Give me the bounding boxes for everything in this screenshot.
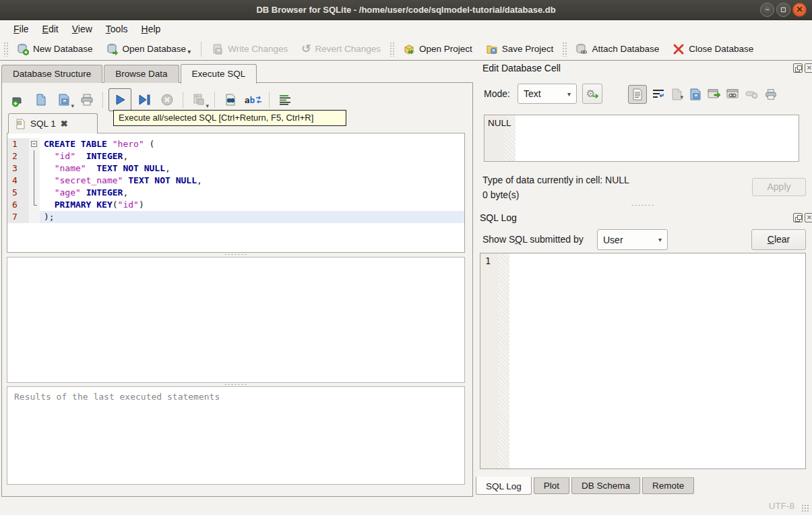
edit-cell-title: Edit Database Cell [482,63,561,73]
mode-value: Text [524,88,541,99]
float-icon[interactable] [793,63,803,73]
new-sql-tab-icon[interactable] [8,90,28,110]
save-data-icon[interactable] [689,88,702,101]
sql-log-area[interactable]: 1 [480,253,806,469]
submitted-by-value: User [603,235,623,245]
editor-splitter[interactable] [7,253,465,256]
menu-edit[interactable]: Edit [36,22,65,36]
find-replace-icon[interactable]: ab [243,90,263,110]
chevron-down-icon: ▾ [658,236,662,243]
revert-changes-button[interactable]: ↺ Revert Changes [294,38,387,59]
execute-line-icon[interactable] [134,90,154,110]
code-line-3[interactable]: 3 "name" TEXT NOT NULL, [7,162,464,175]
menubar: FileEditViewToolsHelp [0,20,812,38]
menu-file[interactable]: File [7,22,36,36]
menu-help[interactable]: Help [135,22,168,36]
close-database-label: Close Database [689,44,753,54]
dock-tab-sql-log[interactable]: SQL Log [476,477,532,495]
toolbar-drag-handle[interactable] [389,42,394,57]
cell-size-text: 0 byte(s) [482,189,519,200]
code-line-1[interactable]: 1−CREATE TABLE "hero" ( [7,138,464,150]
toolbar-drag-handle[interactable] [562,42,567,57]
export-data-icon[interactable] [708,88,721,100]
dock-close-icon[interactable]: ✕ [805,213,812,222]
revert-changes-label: Revert Changes [315,44,381,54]
dock-tab-db-schema[interactable]: DB Schema [571,477,640,494]
save-project-button[interactable]: Save Project [479,40,561,59]
attach-database-button[interactable]: Attach Database [569,40,666,59]
open-sql-file-icon[interactable] [31,90,51,110]
open-project-icon [403,43,415,55]
print-cell-icon[interactable] [764,88,778,101]
stop-icon[interactable] [157,90,177,110]
text-mode-icon[interactable] [628,85,647,104]
toolbar-drag-handle[interactable] [3,42,8,57]
import-data-icon[interactable]: ▾ [670,88,683,101]
copy-results-icon[interactable]: ▾ [189,90,209,110]
code-line-4[interactable]: 4 "secret_name" TEXT NOT NULL, [7,175,464,187]
menu-tools[interactable]: Tools [99,22,135,36]
open-database-icon [106,43,119,55]
execution-log-pane[interactable]: Results of the last executed statements [7,386,465,485]
sql-toolbar: ▾ ▾ [8,88,295,112]
sql-1-tab[interactable]: SQL 1 ✖ [8,113,98,133]
dock-splitter[interactable] [480,204,806,207]
save-sql-dropdown-icon[interactable]: ▾ [71,102,74,109]
sql-editor[interactable]: 1−CREATE TABLE "hero" (2 "id" INTEGER,3 … [7,133,465,253]
code-line-6[interactable]: 6 PRIMARY KEY("id") [7,199,464,211]
code-line-7[interactable]: 7); [7,211,464,223]
menu-view[interactable]: View [65,22,99,36]
new-database-button[interactable]: New Database [10,40,100,59]
sql-file-icon [15,119,26,129]
code-line-5[interactable]: 5 "age" INTEGER, [7,187,464,199]
open-database-button[interactable]: Open Database ▾ [100,40,198,59]
revert-changes-icon: ↺ [301,42,311,56]
link-icon[interactable] [726,88,740,100]
minimize-icon[interactable]: − [760,3,774,17]
write-changes-label: Write Changes [228,44,288,54]
code-line-2[interactable]: 2 "id" INTEGER, [7,150,464,162]
format-sql-icon[interactable] [275,90,295,110]
tab-execute-sql[interactable]: Execute SQL [181,64,257,84]
import-data-dropdown-icon[interactable]: ▾ [680,94,683,100]
save-sql-file-icon[interactable]: ▾ [54,90,74,110]
write-changes-button[interactable]: Write Changes [205,40,294,59]
submitted-by-select[interactable]: User ▾ [597,229,668,250]
set-null-icon[interactable] [745,90,759,99]
tab-browse-data[interactable]: Browse Data [104,65,179,83]
new-database-icon [17,43,29,55]
dock-tab-remote[interactable]: Remote [642,477,694,494]
mode-select[interactable]: Text ▾ [518,84,577,104]
open-database-dropdown-icon[interactable]: ▾ [187,48,191,55]
float-icon[interactable] [793,213,803,222]
apply-button[interactable]: Apply [752,178,806,196]
show-sql-label: Show SQL submitted by [482,234,584,245]
dock-tab-plot[interactable]: Plot [534,477,569,494]
close-sql-tab-icon[interactable]: ✖ [61,119,68,129]
maximize-icon[interactable] [776,3,790,17]
word-wrap-icon[interactable] [652,89,664,100]
open-project-button[interactable]: Open Project [396,40,479,59]
clear-button[interactable]: Clear [751,229,806,250]
gear-arrow-icon: ➔ [592,92,598,100]
encoding-label: UTF-8 [769,501,794,511]
dock-tab-bar: SQL LogPlotDB SchemaRemote [476,477,694,495]
window-title: DB Browser for SQLite - /home/user/code/… [256,5,555,15]
import-settings-button[interactable]: ⚙ ➔ [582,84,602,104]
tab-database-structure[interactable]: Database Structure [1,65,102,83]
save-project-icon [486,43,498,55]
statusbar: UTF-8 [0,497,812,515]
print-icon[interactable] [77,90,97,110]
close-database-button[interactable]: Close Database [666,40,760,59]
copy-results-dropdown-icon[interactable]: ▾ [206,102,209,109]
resize-grip-icon[interactable] [801,504,809,512]
dock-close-icon[interactable]: ✕ [805,63,812,73]
results-grid-pane[interactable] [7,257,465,383]
titlebar[interactable]: DB Browser for SQLite - /home/user/code/… [0,0,812,20]
find-icon[interactable] [220,90,241,110]
execute-all-icon[interactable] [108,88,131,111]
close-icon[interactable]: ✕ [792,3,807,17]
cell-editor[interactable]: NULL [484,115,799,162]
tooltip-text: Execute all/selected SQL [Ctrl+Return, F… [119,113,313,123]
sql-log-title: SQL Log [480,212,517,223]
